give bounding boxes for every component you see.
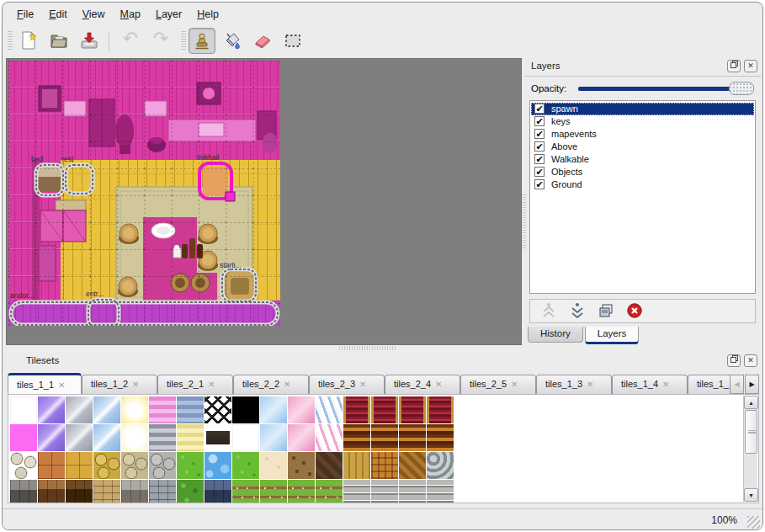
tab-close-icon[interactable]: ✕ <box>132 380 139 389</box>
layer-row-above[interactable]: ✔Above <box>531 141 754 153</box>
tile-white-r1c8[interactable] <box>232 424 259 451</box>
tile-purpleGlass-r0c1[interactable] <box>38 396 65 423</box>
tile-yellowGlow-r0c4[interactable] <box>121 396 148 423</box>
close-tilesets-button[interactable]: ✕ <box>744 354 757 367</box>
tileset-tab-tiles_1_[interactable]: tiles_1_✕ <box>688 375 731 394</box>
toolbar-drag-handle[interactable] <box>8 31 13 51</box>
scroll-down-button[interactable]: ▼ <box>744 488 758 502</box>
tile-blueStripes-r0c6[interactable] <box>177 396 204 423</box>
layer-row-spawn[interactable]: ✔spawn <box>531 103 754 115</box>
map-canvas[interactable]: bedrestmikhailstarti...entr...andor... <box>8 61 280 326</box>
tile-pinkGlass-r1c10[interactable] <box>288 424 315 451</box>
tab-close-icon[interactable]: ✕ <box>662 380 669 389</box>
layer-visibility-checkbox[interactable]: ✔ <box>534 179 545 189</box>
tab-close-icon[interactable]: ✕ <box>435 380 442 389</box>
new-map-button[interactable] <box>15 28 42 54</box>
delete-layer-button[interactable] <box>624 302 645 321</box>
tileset-tab-tiles_1_4[interactable]: tiles_1_4✕ <box>612 375 688 394</box>
tile-tanBrick-r3c3[interactable] <box>93 480 120 503</box>
tileset-view[interactable]: ▲ ▼ <box>8 394 759 503</box>
layer-row-keys[interactable]: ✔keys <box>531 115 754 128</box>
tile-grayStripes-r1c5[interactable] <box>149 424 176 451</box>
tile-grayGlass-r0c2[interactable] <box>66 396 93 423</box>
layer-row-mapevents[interactable]: ✔mapevents <box>531 128 754 141</box>
tile-magenta-r1c0[interactable] <box>10 424 37 451</box>
menu-help[interactable]: Help <box>189 4 226 24</box>
tile-brownCarpet-r1c12[interactable] <box>343 424 370 451</box>
menu-file[interactable]: File <box>9 4 41 24</box>
tile-grayGlass-r1c2[interactable] <box>66 424 93 451</box>
scroll-tabs-right-button[interactable]: ▶ <box>745 375 759 394</box>
redo-button[interactable]: ↷ <box>147 28 174 54</box>
tab-close-icon[interactable]: ✕ <box>208 380 215 389</box>
tile-redCarpet-r0c12[interactable] <box>343 396 370 423</box>
opacity-slider-handle[interactable] <box>729 82 754 95</box>
tile-darkBlueWall-r3c7[interactable] <box>205 480 231 503</box>
layer-visibility-checkbox[interactable]: ✔ <box>534 116 545 126</box>
horizontal-splitter-handle[interactable] <box>339 346 396 350</box>
tileset-tab-tiles_2_4[interactable]: tiles_2_4✕ <box>385 375 460 394</box>
menu-edit[interactable]: Edit <box>41 4 75 24</box>
dock-tab-layers[interactable]: Layers <box>585 327 640 344</box>
float-dock-button[interactable] <box>727 60 741 72</box>
tile-grayPlanks-r3c15[interactable] <box>427 480 454 503</box>
tile-lattice-r0c7[interactable] <box>205 396 231 423</box>
tileset-tab-tiles_1_1[interactable]: tiles_1_1✕ <box>8 373 82 394</box>
tileset-tab-tiles_1_2[interactable]: tiles_1_2✕ <box>82 375 157 394</box>
tile-grayStoneWall-r3c4[interactable] <box>121 480 148 503</box>
tile-sand-r2c9[interactable] <box>260 452 287 479</box>
tile-plaque-r1c7[interactable] <box>205 424 231 451</box>
tile-parquet-r2c13[interactable] <box>371 452 398 479</box>
tile-curtainBlue-r0c11[interactable] <box>316 396 343 423</box>
scroll-tabs-left-button[interactable]: ◀ <box>730 375 744 394</box>
tile-redCarpet-r0c13[interactable] <box>371 396 398 423</box>
tile-hedge-r3c6[interactable] <box>177 480 204 503</box>
tile-grass-r2c8[interactable] <box>232 452 259 479</box>
tile-white-r0c0[interactable] <box>10 396 37 423</box>
layer-row-objects[interactable]: ✔Objects <box>531 166 754 178</box>
tile-flowerPath-r3c11[interactable] <box>316 480 343 503</box>
tab-close-icon[interactable]: ✕ <box>511 380 518 389</box>
tile-woodV-r2c12[interactable] <box>343 452 370 479</box>
eraser-tool-button[interactable] <box>249 28 276 54</box>
tileset-scrollbar[interactable]: ▲ ▼ <box>743 396 757 502</box>
save-map-button[interactable] <box>76 28 103 54</box>
tile-redCarpet-r0c14[interactable] <box>399 396 426 423</box>
tile-purpleGlass-r1c1[interactable] <box>38 424 65 451</box>
tile-grayStones-r2c5[interactable] <box>149 452 176 479</box>
tile-curtainPink-r1c11[interactable] <box>316 424 343 451</box>
tile-grayPlanks-r3c13[interactable] <box>371 480 398 503</box>
tile-logs-r2c15[interactable] <box>427 452 454 479</box>
tab-close-icon[interactable]: ✕ <box>58 380 65 390</box>
tile-redCarpet-r0c15[interactable] <box>427 396 454 423</box>
tile-brownCarpet-r1c14[interactable] <box>399 424 426 451</box>
tileset-tab-tiles_1_3[interactable]: tiles_1_3✕ <box>536 375 612 394</box>
tile-yellowStripes-r1c6[interactable] <box>177 424 204 451</box>
tile-beigeStones-r2c4[interactable] <box>121 452 148 479</box>
tile-dirt-r2c10[interactable] <box>288 452 315 479</box>
tileset-tab-tiles_2_3[interactable]: tiles_2_3✕ <box>309 375 385 394</box>
tile-darkStoneWall-r3c0[interactable] <box>10 480 37 503</box>
tile-blueGlass-r1c3[interactable] <box>93 424 120 451</box>
layer-row-walkable[interactable]: ✔Walkable <box>531 153 754 166</box>
raise-layer-button[interactable] <box>539 302 559 321</box>
tile-brownCarpet-r1c15[interactable] <box>427 424 454 451</box>
tile-flowerPath-r3c10[interactable] <box>288 480 315 503</box>
menu-layer[interactable]: Layer <box>148 4 189 24</box>
tab-close-icon[interactable]: ✕ <box>284 380 290 389</box>
layer-visibility-checkbox[interactable]: ✔ <box>534 104 545 114</box>
tile-brownCarpet-r1c13[interactable] <box>371 424 398 451</box>
duplicate-layer-button[interactable] <box>596 302 616 321</box>
tileset-tab-tiles_2_2[interactable]: tiles_2_2✕ <box>233 375 309 394</box>
scroll-up-button[interactable]: ▲ <box>744 396 758 409</box>
tab-close-icon[interactable]: ✕ <box>587 380 593 389</box>
layer-visibility-checkbox[interactable]: ✔ <box>534 129 545 139</box>
tile-orangeTiles-r2c1[interactable] <box>38 452 65 479</box>
open-map-button[interactable] <box>45 28 72 54</box>
tile-stonePath-r2c0[interactable] <box>10 452 37 479</box>
scrollbar-thumb[interactable] <box>745 410 757 454</box>
tile-grayPlanks-r3c12[interactable] <box>343 480 370 503</box>
tile-brownWall-r3c1[interactable] <box>38 480 65 503</box>
tools-toolbar-drag-handle[interactable] <box>181 31 186 51</box>
tile-flowerPath-r3c9[interactable] <box>260 480 287 503</box>
